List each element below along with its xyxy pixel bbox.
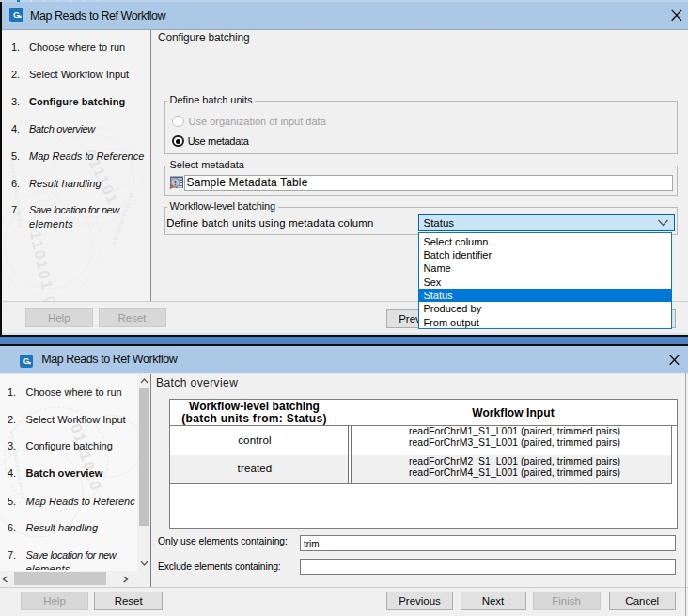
svg-text:!: ! [174,179,177,187]
svg-text:G: G [23,356,29,366]
svg-text:0111010: 0111010 [68,422,104,494]
svg-text:G: G [13,10,20,20]
svg-text:STICALLY IE MID BYD LILP WHITG: STICALLY IE MID BYD LILP WHITG [8,151,23,228]
svg-text:110101 0: 110101 0 [27,229,59,300]
